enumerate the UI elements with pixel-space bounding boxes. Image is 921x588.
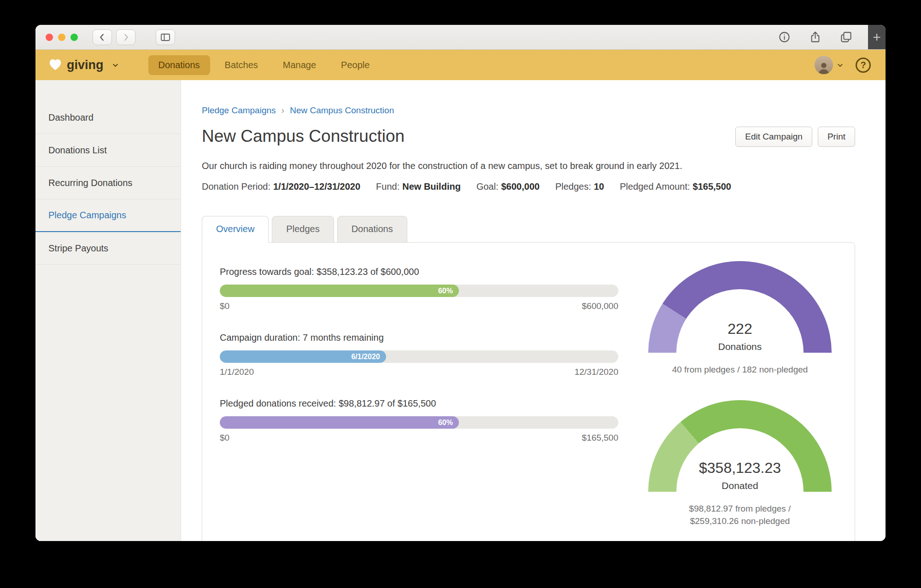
tab-donations[interactable]: Donations: [337, 216, 407, 243]
window-controls: [46, 34, 78, 41]
meta-pledges: Pledges:10: [555, 181, 604, 192]
browser-window: + giving Donations Batches Manage People…: [35, 25, 886, 541]
chevron-right-icon: [121, 32, 131, 42]
user-avatar[interactable]: [815, 56, 833, 74]
meta-pledged-amount: Pledged Amount:$165,500: [620, 181, 731, 192]
meta-fund: Fund:New Building: [376, 181, 461, 192]
zoom-window-button[interactable]: [70, 34, 78, 41]
app-header-right: ?: [815, 56, 871, 74]
title-row: New Campus Construction Edit Campaign Pr…: [202, 127, 855, 147]
overview-card: Progress towards goal: $358,123.23 of $6…: [202, 242, 855, 541]
browser-toolbar: +: [35, 25, 886, 50]
sidebar-item-pledge-campaigns[interactable]: Pledge Campaigns: [35, 199, 181, 232]
progress-bar-fill: 60%: [220, 416, 459, 429]
new-tab-strip: +: [868, 25, 886, 49]
heart-logo-icon: [48, 58, 62, 72]
sidebar-item-dashboard[interactable]: Dashboard: [35, 101, 181, 134]
duration-progress-title: Campaign duration: 7 months remaining: [220, 332, 618, 343]
donations-gauge-caption: 40 from pledges / 182 non-pledged: [648, 363, 832, 376]
donated-gauge-caption: $98,812.97 from pledges / $259,310.26 no…: [648, 502, 832, 528]
gauge-center-text: $358,123.23 Donated: [648, 460, 832, 491]
nav-item-manage[interactable]: Manage: [273, 55, 326, 75]
help-label: ?: [860, 60, 866, 70]
primary-nav: Donations Batches Manage People: [148, 55, 380, 75]
sidebar-item-recurring-donations[interactable]: Recurring Donations: [35, 167, 181, 199]
pledged-progress-scale: $0$165,500: [220, 433, 618, 443]
app-header: giving Donations Batches Manage People ?: [35, 50, 886, 80]
tab-pledges[interactable]: Pledges: [272, 216, 334, 243]
main-content: Pledge Campaigns › New Campus Constructi…: [181, 80, 886, 541]
page-info-icon[interactable]: [778, 31, 791, 43]
goal-progress-title: Progress towards goal: $358,123.23 of $6…: [220, 267, 618, 277]
campaign-description: Our church is raiding money throughout 2…: [202, 161, 855, 171]
brand-name: giving: [67, 58, 104, 72]
app-body: Dashboard Donations List Recurring Donat…: [35, 80, 886, 541]
breadcrumb: Pledge Campaigns › New Campus Constructi…: [202, 105, 855, 116]
donations-gauge: 222 Donations 40 from pledges / 182 non-…: [648, 261, 832, 376]
breadcrumb-parent-link[interactable]: Pledge Campaigns: [202, 105, 276, 116]
sidebar-toggle-button[interactable]: [156, 29, 175, 45]
breadcrumb-separator: ›: [282, 105, 285, 116]
goal-progress-scale: $0$600,000: [220, 301, 618, 311]
history-buttons: [93, 29, 135, 45]
edit-campaign-button[interactable]: Edit Campaign: [735, 127, 812, 147]
gauges: 222 Donations 40 from pledges / 182 non-…: [648, 261, 833, 528]
meta-donation-period: Donation Period:1/1/2020–12/31/2020: [202, 181, 360, 192]
donated-amount: $358,123.23: [648, 460, 832, 477]
nav-item-people[interactable]: People: [331, 55, 380, 75]
gauge-center-text: 222 Donations: [648, 320, 832, 352]
page-title: New Campus Construction: [202, 127, 405, 146]
forward-button[interactable]: [116, 29, 135, 45]
toolbar-right-icons: [778, 31, 868, 43]
help-button[interactable]: ?: [856, 58, 871, 73]
donations-count: 222: [648, 320, 832, 338]
close-window-button[interactable]: [46, 34, 53, 41]
brand[interactable]: giving: [48, 58, 119, 72]
sidebar-icon: [160, 32, 171, 43]
tab-overview[interactable]: Overview: [202, 216, 269, 243]
back-button[interactable]: [93, 29, 112, 45]
page-actions: Edit Campaign Print: [735, 127, 855, 147]
chevron-down-icon[interactable]: [112, 62, 119, 69]
goal-progress-track: 60%: [220, 285, 618, 297]
nav-item-batches[interactable]: Batches: [215, 55, 268, 75]
tabs-overview-icon[interactable]: [840, 31, 852, 43]
sidebar: Dashboard Donations List Recurring Donat…: [35, 80, 181, 541]
person-icon: [816, 60, 832, 74]
duration-progress-track: 6/1/2020: [220, 350, 618, 363]
pledged-progress-block: Pledged donations received: $98,812.97 o…: [220, 398, 618, 443]
progress-bar-fill: 60%: [220, 285, 459, 297]
progress-bars: Progress towards goal: $358,123.23 of $6…: [220, 267, 618, 528]
sidebar-item-stripe-payouts[interactable]: Stripe Payouts: [35, 232, 181, 265]
print-button[interactable]: Print: [818, 127, 855, 147]
donated-gauge: $358,123.23 Donated $98,812.97 from pled…: [648, 400, 832, 528]
share-icon[interactable]: [809, 31, 821, 43]
progress-bar-fill: 6/1/2020: [220, 350, 386, 363]
new-tab-button[interactable]: +: [873, 29, 881, 45]
duration-progress-block: Campaign duration: 7 months remaining 6/…: [220, 332, 618, 377]
duration-progress-scale: 1/1/202012/31/2020: [220, 367, 618, 377]
campaign-meta: Donation Period:1/1/2020–12/31/2020 Fund…: [202, 181, 855, 192]
donations-label: Donations: [648, 341, 832, 352]
meta-goal: Goal:$600,000: [476, 181, 540, 192]
sidebar-item-donations-list[interactable]: Donations List: [35, 134, 181, 167]
goal-progress-block: Progress towards goal: $358,123.23 of $6…: [220, 267, 618, 311]
minimize-window-button[interactable]: [58, 34, 65, 41]
avatar-chevron-down-icon[interactable]: [837, 62, 844, 69]
tab-bar: Overview Pledges Donations: [202, 216, 855, 242]
chevron-left-icon: [97, 32, 107, 42]
nav-item-donations[interactable]: Donations: [148, 55, 210, 75]
breadcrumb-current-link[interactable]: New Campus Construction: [290, 105, 394, 116]
pledged-progress-title: Pledged donations received: $98,812.97 o…: [220, 398, 618, 409]
donated-label: Donated: [648, 480, 832, 491]
pledged-progress-track: 60%: [220, 416, 618, 429]
